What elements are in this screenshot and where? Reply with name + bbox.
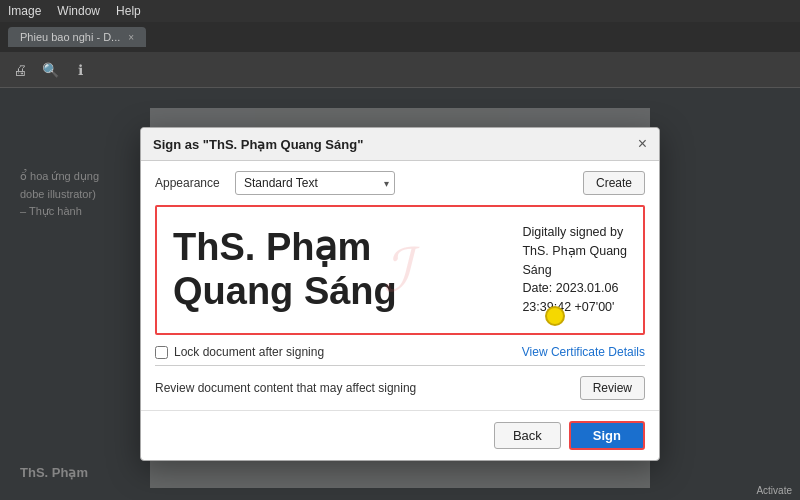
review-row: Review document content that may affect … [141,366,659,410]
dialog-title-bar: Sign as "ThS. Phạm Quang Sáng" × [141,128,659,161]
dialog-title: Sign as "ThS. Phạm Quang Sáng" [153,137,363,152]
sign-dialog: Sign as "ThS. Phạm Quang Sáng" × Appeara… [140,127,660,461]
signature-preview-box: ℐ ThS. Phạm Quang Sáng Digitally signed … [155,205,645,335]
lock-label: Lock document after signing [174,345,324,359]
dialog-close-button[interactable]: × [638,136,647,152]
appearance-select[interactable]: Standard Text [235,171,395,195]
tab-bar: Phieu bao nghi - D... × [0,22,800,52]
document-area: TRƯỜN ăm 2022 ổ hoa ứng dụng dobe illust… [0,88,800,500]
appearance-select-wrapper: Standard Text ▾ [235,171,395,195]
cursor-indicator [545,306,565,326]
review-text: Review document content that may affect … [155,381,416,395]
sign-button[interactable]: Sign [569,421,645,450]
lock-left: Lock document after signing [155,345,324,359]
signature-details: Digitally signed by ThS. Phạm Quang Sáng… [522,223,627,317]
print-icon[interactable]: 🖨 [8,58,32,82]
toolbar: 🖨 🔍 ℹ [0,52,800,88]
lock-document-checkbox[interactable] [155,346,168,359]
tab-label: Phieu bao nghi - D... [20,31,120,43]
create-button[interactable]: Create [583,171,645,195]
activate-windows-text: Activate [756,485,792,496]
lock-row: Lock document after signing View Certifi… [141,335,659,365]
menu-image[interactable]: Image [8,4,41,18]
menu-help[interactable]: Help [116,4,141,18]
overlay-backdrop: Sign as "ThS. Phạm Quang Sáng" × Appeara… [0,88,800,500]
back-button[interactable]: Back [494,422,561,449]
info-icon[interactable]: ℹ [68,58,92,82]
menu-bar: Image Window Help [0,0,800,22]
document-tab[interactable]: Phieu bao nghi - D... × [8,27,146,47]
appearance-label: Appearance [155,176,225,190]
signature-name: ThS. Phạm Quang Sáng [173,226,512,313]
bottom-buttons-row: Back Sign [141,410,659,460]
review-button[interactable]: Review [580,376,645,400]
app-background: Image Window Help Phieu bao nghi - D... … [0,0,800,500]
tab-close-button[interactable]: × [128,32,134,43]
menu-window[interactable]: Window [57,4,100,18]
zoom-icon[interactable]: 🔍 [38,58,62,82]
view-certificate-link[interactable]: View Certificate Details [522,345,645,359]
appearance-row: Appearance Standard Text ▾ Create [141,161,659,205]
